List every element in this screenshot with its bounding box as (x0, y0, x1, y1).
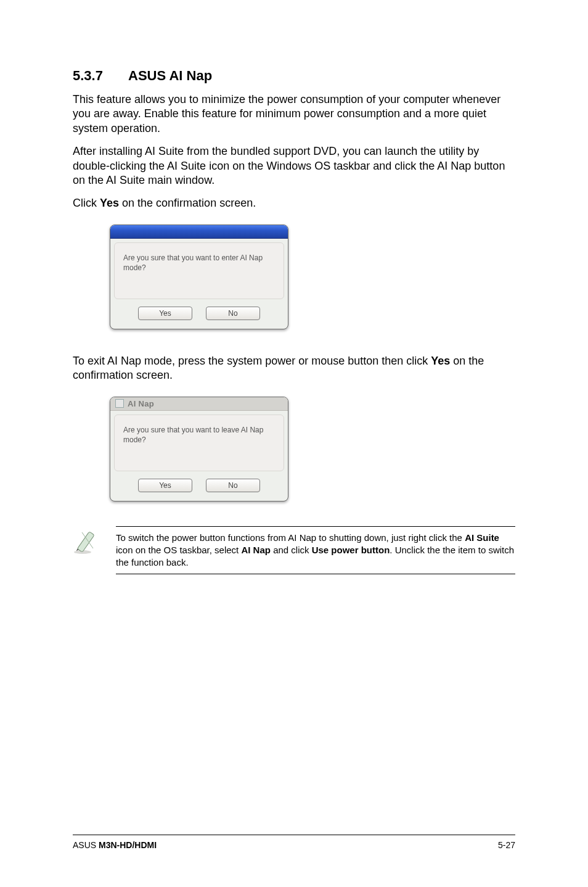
note-b3: Use power button (312, 545, 390, 555)
dialog-enter-titlebar (110, 225, 288, 239)
page-footer: ASUS M3N-HD/HDMI 5-27 (73, 835, 515, 850)
dialog-leave-title: AI Nap (128, 399, 154, 408)
note-row: To switch the power button functions fro… (73, 526, 515, 575)
para3-bold: Yes (100, 197, 119, 209)
note-b1: AI Suite (465, 532, 499, 543)
note-b2: AI Nap (241, 545, 271, 555)
no-button[interactable]: No (206, 307, 260, 320)
dialog-leave-body: Are you sure that you want to leave AI N… (114, 415, 284, 471)
paragraph-3: Click Yes on the confirmation screen. (73, 196, 515, 210)
dialog-leave-titlebar: AI Nap (110, 397, 288, 411)
no-button-label: No (228, 309, 237, 318)
dialog-leave-icon (115, 399, 124, 408)
dialog-leave-message: Are you sure that you want to leave AI N… (123, 426, 263, 444)
note-t2: icon on the OS taskbar, select (116, 545, 241, 555)
yes-button-label: Yes (159, 309, 171, 318)
dialog-enter-wrap: Are you sure that you want to enter AI N… (110, 225, 515, 329)
note-t3: and click (271, 545, 312, 555)
para4-bold: Yes (431, 355, 450, 367)
paragraph-4: To exit AI Nap mode, press the system po… (73, 354, 515, 383)
no-button-leave-label: No (228, 481, 237, 490)
footer-left: ASUS M3N-HD/HDMI (73, 840, 157, 850)
svg-rect-3 (77, 531, 94, 552)
dialog-leave-wrap: AI Nap Are you sure that you want to lea… (110, 397, 515, 501)
page: 5.3.7ASUS AI Nap This feature allows you… (0, 0, 588, 887)
pencil-icon (73, 526, 102, 556)
section-title: ASUS AI Nap (128, 68, 212, 83)
dialog-enter-body: Are you sure that you want to enter AI N… (114, 242, 284, 299)
dialog-leave: AI Nap Are you sure that you want to lea… (110, 397, 288, 501)
para3-post: on the confirmation screen. (119, 197, 256, 209)
yes-button-leave-label: Yes (159, 481, 171, 490)
footer-right: 5-27 (498, 840, 515, 850)
note-t1: To switch the power button functions fro… (116, 532, 465, 543)
no-button-leave[interactable]: No (206, 479, 260, 492)
para3-pre: Click (73, 197, 100, 209)
note-text: To switch the power button functions fro… (116, 526, 515, 575)
dialog-enter: Are you sure that you want to enter AI N… (110, 225, 288, 329)
yes-button[interactable]: Yes (138, 307, 192, 320)
dialog-enter-message: Are you sure that you want to enter AI N… (123, 254, 263, 272)
paragraph-1: This feature allows you to minimize the … (73, 93, 515, 136)
paragraph-2: After installing AI Suite from the bundl… (73, 144, 515, 188)
dialog-enter-buttons: Yes No (110, 303, 288, 329)
footer-left-plain: ASUS (73, 840, 99, 850)
para4-pre: To exit AI Nap mode, press the system po… (73, 355, 431, 367)
yes-button-leave[interactable]: Yes (138, 479, 192, 492)
footer-left-bold: M3N-HD/HDMI (99, 840, 157, 850)
dialog-leave-buttons: Yes No (110, 475, 288, 501)
section-heading: 5.3.7ASUS AI Nap (73, 68, 515, 84)
section-number: 5.3.7 (73, 68, 128, 84)
